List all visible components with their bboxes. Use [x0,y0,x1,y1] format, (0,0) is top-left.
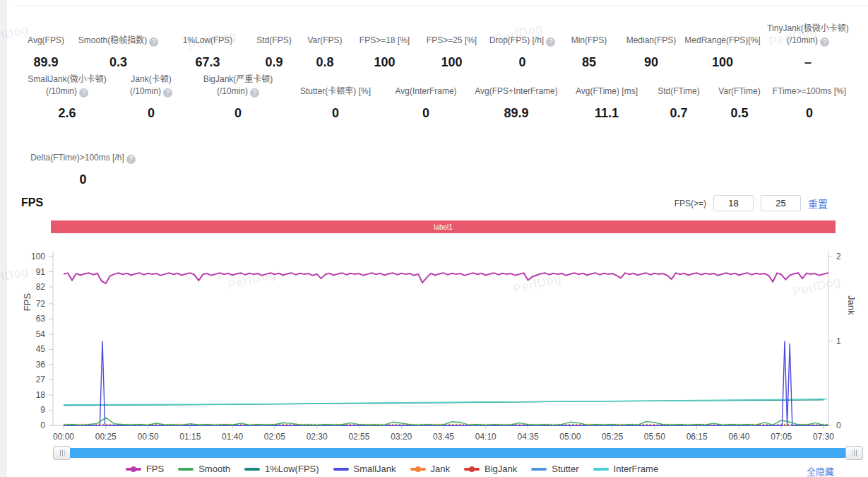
metric-row1-10: MedRange(FPS)[%]100 [684,23,761,70]
help-icon[interactable]: ? [149,37,158,47]
svg-text:54: 54 [36,329,46,339]
svg-text:02:05: 02:05 [264,432,285,442]
reset-button[interactable]: 重置 [808,196,828,211]
metric-row1-5: FPS>=18 [%]100 [351,23,418,70]
svg-text:04:10: 04:10 [475,432,497,442]
svg-text:18: 18 [36,390,46,400]
scrollbar-track[interactable] [70,448,846,458]
metric-value: 0.5 [730,106,748,121]
metric-value: 100 [441,55,462,70]
card-top-border [16,6,868,6]
metric-label: Smooth(稳帧指数)? [78,23,158,47]
legend-swatch-icon [531,468,547,471]
svg-text:27: 27 [36,375,46,384]
metric-value: 89.9 [33,55,58,70]
help-icon[interactable]: ? [546,37,555,47]
legend-swatch-icon [593,468,609,471]
metric-label: Avg(FTime) [ms] [576,73,638,98]
metric-row2-1: Jank(卡顿)(/10min)?0 [113,73,189,121]
metric-label: Jank(卡顿)(/10min)? [130,73,172,98]
help-icon[interactable]: ? [250,88,259,98]
legend-item-bigjank[interactable]: BigJank [464,464,517,474]
legend-item-smooth[interactable]: Smooth [178,464,230,474]
metric-label: TinyJank(极微小卡顿)(/10min)? [767,23,849,47]
svg-text:100: 100 [31,252,45,261]
metric-row2-7: Std(FTime)0.7 [648,73,709,121]
metric-row1-1: Smooth(稳帧指数)?0.3 [71,23,166,70]
metric-label: FPS>=25 [%] [427,23,477,47]
legend-item-interframe[interactable]: InterFrame [593,464,659,474]
metrics-row-2: SmallJank(微小卡顿)(/10min)?2.6Jank(卡顿)(/10m… [21,73,849,121]
svg-text:91: 91 [36,267,46,277]
metric-row1-2: 1%Low(FPS)67.3 [166,23,249,70]
metric-value: 85 [582,55,596,70]
metric-row2-4: Avg(InterFrame)0 [384,73,468,121]
fps-threshold-input-2[interactable] [761,195,801,211]
series-smooth [64,418,832,425]
metric-row1-11: TinyJank(极微小卡顿)(/10min)?– [761,23,855,70]
svg-text:05:50: 05:50 [644,432,665,442]
metric-value: 0 [332,106,339,121]
metric-label: Std(FPS) [256,23,291,47]
legend-label: Jank [431,464,450,474]
metric-label: SmallJank(微小卡顿)(/10min)? [28,73,106,98]
metric-row2-8: Var(FTime)0.5 [709,73,770,121]
metric-value: 0.3 [109,55,127,70]
help-icon[interactable]: ? [163,88,172,98]
svg-text:9: 9 [40,405,45,415]
help-icon[interactable]: ? [126,155,136,164]
metric-value: 11.1 [595,106,619,121]
metric-value: 0 [518,55,525,70]
metric-value: 89.9 [504,106,528,121]
fps-threshold-controls: FPS(>=) 重置 [674,195,828,211]
legend-swatch-icon [244,468,260,471]
metric-value: 0.8 [316,55,333,70]
chart-scrollbar [53,446,863,460]
metric-label: FTime>=100ms [%] [773,73,846,98]
svg-text:63: 63 [36,314,46,324]
help-icon[interactable]: ? [79,88,88,98]
legend-label: SmallJank [354,464,396,474]
metric-value: 0 [234,106,242,121]
svg-text:02:30: 02:30 [307,432,328,442]
legend-item-stutter[interactable]: Stutter [531,464,578,474]
metric-row2-0: SmallJank(微小卡顿)(/10min)?2.6 [21,73,113,121]
svg-text:03:45: 03:45 [433,432,454,442]
metric-label: Drop(FPS) [/h]? [489,23,555,47]
fps-jank-chart[interactable]: 1009182726354453627189021000:0000:2500:5… [0,247,868,447]
metric-label: Min(FPS) [571,23,607,47]
legend-item-fps[interactable]: FPS [126,464,164,474]
scrollbar-left-handle-icon[interactable] [53,446,71,460]
help-icon[interactable]: ? [820,37,829,47]
svg-text:01:15: 01:15 [179,432,201,442]
metric-row3-0: Delta(FTime)>100ms [/h]?0 [21,140,145,187]
series-smalljank [64,341,828,426]
hide-all-button[interactable]: 全隐藏 [807,464,834,477]
legend-item-1-low-fps-[interactable]: 1%Low(FPS) [244,464,319,474]
legend-swatch-icon [178,468,194,471]
svg-text:07:05: 07:05 [771,432,792,442]
metric-value: 0.9 [265,55,283,70]
legend-label: FPS [146,464,164,474]
metric-row1-7: Drop(FPS) [/h]?0 [485,23,559,70]
scrollbar-right-handle-icon[interactable] [845,446,863,460]
metric-label: Delta(FTime)>100ms [/h]? [30,140,136,164]
svg-text:02:55: 02:55 [348,432,369,442]
metric-row1-9: Median(FPS)90 [619,23,684,70]
metric-row1-8: Min(FPS)85 [559,23,619,70]
legend-item-smalljank[interactable]: SmallJank [333,464,396,474]
fps-section-title: FPS [21,196,43,209]
svg-text:0: 0 [40,420,45,430]
metric-value: 100 [712,55,733,70]
legend-swatch-icon [333,468,349,471]
svg-text:2: 2 [836,252,841,261]
metric-label: Median(FPS) [626,23,677,47]
legend-label: InterFrame [614,464,659,474]
right-axis-title: Jank [846,295,857,314]
fps-threshold-input-1[interactable] [713,195,754,211]
svg-text:0: 0 [836,420,841,430]
metric-value: 90 [644,55,658,70]
chart-label-banner[interactable]: label1 [51,220,836,233]
metric-value: 2.6 [58,106,76,121]
legend-item-jank[interactable]: Jank [410,464,450,474]
